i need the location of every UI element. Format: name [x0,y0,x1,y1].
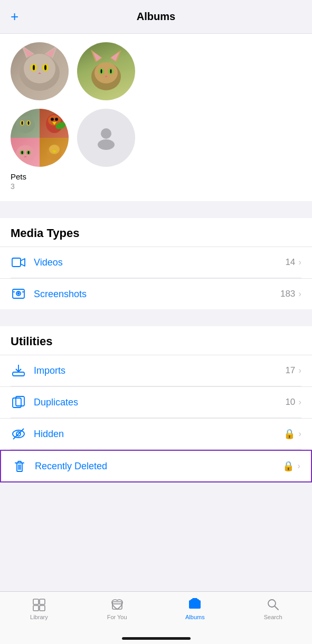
duplicates-chevron: › [298,397,301,408]
svg-point-33 [16,145,35,162]
svg-point-43 [98,139,115,150]
hidden-lock-icon: 🔒 [283,428,295,440]
imports-icon [11,363,26,378]
album-info-pets: Pets 3 [11,172,69,191]
imports-label: Imports [34,365,285,376]
content-area: Pets 3 Media Types [0,34,312,546]
recently-deleted-label: Recently Deleted [35,461,282,472]
list-item-duplicates[interactable]: Duplicates 10 › [0,386,312,418]
album-circle-unknown-person[interactable] [77,109,135,167]
screenshots-count: 183 [280,289,295,299]
album-name-pets: Pets [11,172,69,181]
tab-library[interactable]: Library [0,597,78,620]
svg-line-71 [275,607,279,610]
duplicates-icon [11,394,26,410]
search-tab-icon [266,597,280,612]
pets-quad-tr [40,109,69,138]
videos-chevron: › [298,257,301,268]
add-button[interactable]: + [11,8,18,25]
imports-count: 17 [285,365,295,376]
thumb-row-2: Pets 3 [11,109,301,191]
page-title: Albums [137,11,175,23]
pets-quad-br [40,138,69,167]
hidden-label: Hidden [34,429,283,440]
imports-right: 17 › [285,365,301,376]
media-types-title: Media Types [0,218,312,247]
svg-point-25 [22,121,23,125]
videos-right: 14 › [285,257,301,268]
screenshot-icon [11,286,26,302]
screenshots-right: 183 › [280,289,301,299]
tab-bar: Library For You Albums [0,591,312,644]
recently-deleted-right: 🔒 › [282,460,300,472]
album-thumbnails-section: Pets 3 [0,34,312,201]
tab-for-you[interactable]: For You [78,597,156,620]
home-indicator [122,637,191,640]
list-item-imports[interactable]: Imports 17 › [0,355,312,386]
library-tab-icon [32,597,46,612]
list-item-screenshots[interactable]: Screenshots 183 › [0,278,312,309]
svg-point-37 [28,151,30,154]
svg-rect-63 [33,605,39,611]
svg-rect-44 [12,258,21,267]
svg-rect-64 [40,605,45,611]
recently-deleted-chevron: › [297,461,300,471]
for-you-tab-icon [110,597,125,612]
tab-albums[interactable]: Albums [156,597,234,620]
recently-deleted-icon [12,458,27,474]
svg-point-26 [28,121,30,125]
video-icon [11,254,26,270]
list-item-hidden[interactable]: Hidden 🔒 › [0,418,312,449]
svg-rect-61 [33,599,39,604]
imports-chevron: › [298,365,301,376]
svg-point-42 [101,128,111,139]
svg-rect-69 [192,598,197,600]
person-icon [93,125,119,151]
hidden-chevron: › [298,429,301,439]
duplicates-count: 10 [285,397,295,408]
svg-rect-51 [13,372,24,376]
svg-point-31 [55,118,58,121]
screenshots-chevron: › [298,289,301,299]
search-tab-label: Search [264,614,282,620]
hidden-icon [11,426,26,442]
svg-rect-62 [40,599,45,604]
duplicates-right: 10 › [285,397,301,408]
albums-tab-label: Albums [185,614,205,620]
pets-quad-tl [11,109,40,138]
svg-point-30 [51,118,54,121]
svg-point-1 [24,54,55,83]
thumb-row-1 [11,42,301,100]
albums-tab-icon [187,597,202,612]
list-item-recently-deleted[interactable]: Recently Deleted 🔒 › [0,450,312,482]
tab-search[interactable]: Search [234,597,312,620]
svg-point-5 [44,65,46,70]
for-you-tab-label: For You [107,614,127,620]
svg-point-12 [94,62,118,83]
album-circle-cat2[interactable] [77,42,135,100]
recently-deleted-lock-icon: 🔒 [282,460,294,472]
duplicates-label: Duplicates [34,397,285,408]
hidden-right: 🔒 › [283,428,301,440]
svg-point-15 [101,69,102,73]
media-types-section: Media Types Videos 14 › [0,218,312,309]
album-circle-pets[interactable] [11,109,69,167]
svg-point-36 [22,151,23,154]
svg-rect-67 [189,600,201,609]
svg-point-16 [110,69,112,73]
list-item-videos[interactable]: Videos 14 › [0,247,312,278]
svg-point-22 [16,116,35,133]
header: + Albums [0,0,312,34]
videos-label: Videos [34,257,285,268]
album-circle-cat1[interactable] [11,42,69,100]
svg-point-48 [18,293,20,295]
album-count-pets: 3 [11,182,69,191]
svg-point-4 [33,65,35,70]
screenshots-label: Screenshots [34,289,280,300]
svg-rect-65 [112,602,122,609]
utilities-title: Utilities [0,326,312,355]
svg-marker-45 [21,259,25,266]
utilities-section: Utilities Imports 17 › [0,326,312,482]
pets-quad-bl [11,138,40,167]
videos-count: 14 [285,257,295,268]
